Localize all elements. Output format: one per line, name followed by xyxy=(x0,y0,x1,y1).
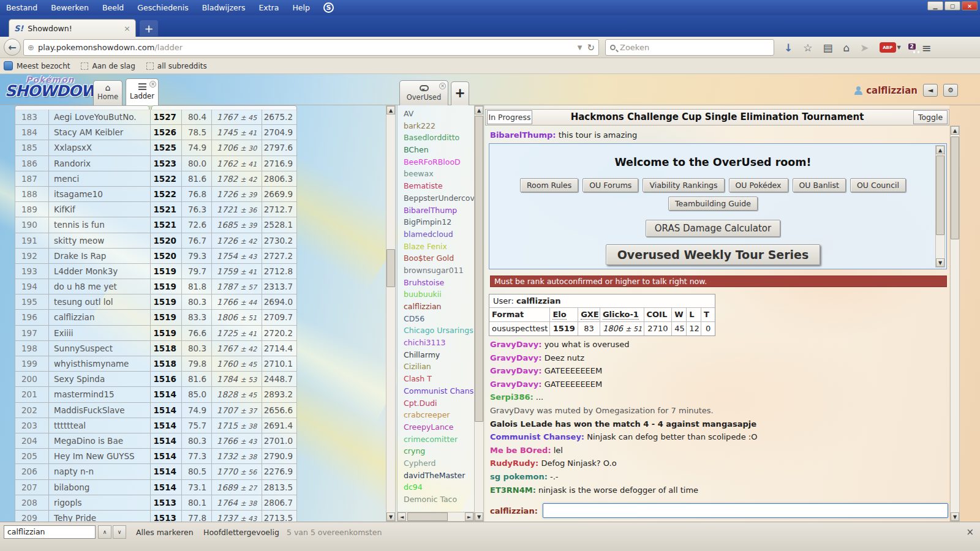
search-bar[interactable]: Zoeken xyxy=(605,39,774,56)
userlist-item[interactable]: Bruhstoise xyxy=(398,277,474,289)
userlist-item[interactable]: bark222 xyxy=(398,120,474,132)
ladder-cell[interactable]: Hey Im New GUYSS xyxy=(49,449,151,464)
userlist-item[interactable]: Clash T xyxy=(398,373,474,385)
menu-item[interactable]: Bladwijzers xyxy=(202,3,246,12)
ladder-cell[interactable]: tttttteal xyxy=(49,418,151,433)
adblock-button[interactable]: ABP ▼ xyxy=(880,42,901,53)
welcome-button[interactable]: OU Forums xyxy=(582,178,638,192)
chat-scrollbar[interactable]: ▲ ▼ xyxy=(950,126,960,522)
userlist-item[interactable]: cryng xyxy=(398,445,474,457)
userlist-item[interactable]: davidTheMaster xyxy=(398,470,474,482)
skype-icon[interactable]: S xyxy=(323,2,334,13)
ladder-cell[interactable]: skitty meow xyxy=(49,233,151,249)
ladder-scrollbar[interactable]: ▲ ▼ xyxy=(386,105,396,522)
ladder-cell[interactable]: Aegi LoveYouButNo. xyxy=(49,110,151,125)
ladder-cell[interactable]: L4dder Monk3y xyxy=(49,264,151,279)
logged-in-username[interactable]: calflizzian xyxy=(866,85,918,96)
browser-tab-showdown[interactable]: S! Showdown! × xyxy=(9,19,136,37)
settings-gear-button[interactable]: ⚙ xyxy=(943,84,958,97)
userlist-item[interactable]: BeeRFoRBlooD xyxy=(398,156,474,168)
maximize-button[interactable]: ▢ xyxy=(944,1,960,10)
menu-hamburger-icon[interactable]: ≡ xyxy=(922,41,932,54)
menu-item[interactable]: Help xyxy=(292,3,310,12)
chat-input[interactable] xyxy=(543,503,948,518)
userlist-item[interactable]: Communist Chans xyxy=(398,385,474,397)
userlist-item[interactable]: BChen xyxy=(398,144,474,156)
tab-close-icon[interactable]: × xyxy=(124,24,130,33)
tournament-status-tab[interactable]: In Progress xyxy=(487,110,532,124)
userlist-item[interactable]: Blaze Fenix xyxy=(398,241,474,253)
minimize-button[interactable]: ▁ xyxy=(927,1,943,10)
ladder-cell[interactable]: KifKif xyxy=(49,202,151,217)
add-room-button[interactable]: + xyxy=(451,81,469,105)
userlist-item[interactable]: Cypherd xyxy=(398,457,474,470)
userlist-h-scrollbar[interactable]: ◄ ► xyxy=(397,512,474,522)
find-next-button[interactable]: ∨ xyxy=(113,525,126,539)
userlist-item[interactable]: brownsugar011 xyxy=(398,264,474,277)
chat-username[interactable]: Communist Chansey: xyxy=(490,432,584,441)
ladder-cell[interactable]: whyisthismyname xyxy=(49,356,151,372)
scroll-down-icon[interactable]: ▼ xyxy=(475,512,483,521)
userlist-item[interactable]: BigPimpin12 xyxy=(398,216,474,228)
welcome-button[interactable]: Viability Rankings xyxy=(643,178,724,192)
scrollbar-thumb[interactable] xyxy=(936,156,944,235)
scroll-left-icon[interactable]: ◄ xyxy=(398,512,406,521)
menu-item[interactable]: Bewerken xyxy=(51,3,89,12)
highlight-all-button[interactable]: Alles markeren xyxy=(136,528,194,537)
scrollbar-thumb[interactable] xyxy=(951,137,959,239)
stats-sort-link[interactable]: Elo xyxy=(552,310,566,320)
userlist-item[interactable]: Chillarmy xyxy=(398,349,474,361)
ladder-cell[interactable]: do u h8 me yet xyxy=(49,279,151,294)
ladder-cell[interactable]: Tehy Pride xyxy=(49,511,151,522)
userlist-item[interactable]: Bematiste xyxy=(398,180,474,192)
scrollbar-thumb[interactable] xyxy=(386,249,395,287)
userlist-item[interactable]: BeppsterUndercov xyxy=(398,192,474,204)
damage-calculator-button[interactable]: ORAS Damage Calculator xyxy=(646,220,780,237)
userlist-item[interactable]: crimecomitter xyxy=(398,433,474,446)
userlist-item[interactable]: Cizilian xyxy=(398,361,474,373)
scroll-up-icon[interactable]: ▲ xyxy=(386,106,395,114)
ladder-cell[interactable]: Randorix xyxy=(49,156,151,171)
toggle-button[interactable]: Toggle xyxy=(913,110,948,124)
welcome-button[interactable]: Teambuilding Guide xyxy=(668,197,758,211)
userlist-scrollbar[interactable]: ▲ ▼ xyxy=(474,105,484,522)
ladder-cell[interactable]: Sexy Spinda xyxy=(49,372,151,387)
welcome-button[interactable]: OU Banlist xyxy=(793,178,846,192)
menu-item[interactable]: Bestand xyxy=(6,3,37,12)
userlist-item[interactable]: crabcreeper xyxy=(398,409,474,421)
chat-username[interactable]: RudyRudy: xyxy=(490,459,538,468)
tab-room-overused[interactable]: × OverUsed xyxy=(399,80,448,105)
reading-list-icon[interactable]: ▤ xyxy=(823,42,833,54)
scroll-right-icon[interactable]: ► xyxy=(465,512,473,521)
scroll-up-icon[interactable]: ▲ xyxy=(951,126,959,135)
ladder-cell[interactable]: itsagame10 xyxy=(49,187,151,202)
find-close-icon[interactable]: × xyxy=(966,527,974,538)
tab-ladder[interactable]: × Ladder xyxy=(126,78,159,105)
userlist-item[interactable]: Chicago Ursarings xyxy=(398,324,474,337)
back-button[interactable]: ← xyxy=(4,39,21,56)
chat-username[interactable]: BibarelThump: xyxy=(490,130,556,140)
scroll-up-icon[interactable]: ▲ xyxy=(936,146,944,154)
welcome-button[interactable]: Room Rules xyxy=(520,178,578,192)
welcome-button[interactable]: OU Council xyxy=(850,178,906,192)
url-dropdown-icon[interactable]: ▼ xyxy=(578,44,582,51)
userlist-item[interactable]: calflizzian xyxy=(398,301,474,313)
scrollbar-thumb[interactable] xyxy=(475,116,483,422)
stats-sort-link[interactable]: GXE xyxy=(581,310,599,320)
userlist-item[interactable]: CreepyLance xyxy=(398,421,474,433)
userlist-item[interactable]: beewax xyxy=(398,168,474,180)
scroll-down-icon[interactable]: ▼ xyxy=(386,512,395,521)
ladder-cell[interactable]: bilabong xyxy=(49,480,151,495)
mute-button[interactable]: ◄ xyxy=(923,84,938,97)
ladder-cell[interactable]: MaddisFuckSlave xyxy=(49,403,151,418)
ladder-cell[interactable]: menci xyxy=(49,171,151,187)
ladder-cell[interactable]: XxlapsxX xyxy=(49,140,151,156)
menu-item[interactable]: Geschiedenis xyxy=(137,3,188,12)
scrollbar-thumb[interactable] xyxy=(407,512,448,521)
menu-item[interactable]: Extra xyxy=(258,3,279,12)
userlist-item[interactable]: dc94 xyxy=(398,481,474,493)
welcome-scrollbar[interactable]: ▲ ▼ xyxy=(935,145,945,268)
userlist-item[interactable]: CD56 xyxy=(398,313,474,325)
room-tab-close-icon[interactable]: × xyxy=(439,83,446,89)
ladder-cell[interactable]: rigopls xyxy=(49,495,151,511)
